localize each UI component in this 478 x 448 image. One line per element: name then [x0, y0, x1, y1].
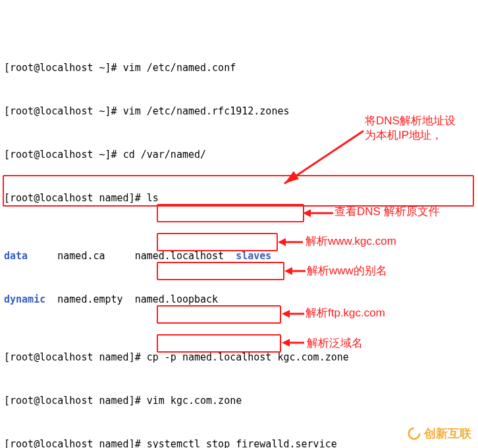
file-entry: named.ca: [57, 250, 105, 262]
dir-entry: dynamic: [4, 293, 45, 305]
annotation-text: 为本机IP地址，: [365, 129, 442, 142]
ls-output-row: data named.ca named.localhost slaves: [4, 249, 474, 263]
prompt: [root@localhost ~]#: [4, 105, 123, 117]
highlight-box: [157, 305, 281, 324]
svg-marker-1: [284, 171, 299, 184]
cmd-line: [root@localhost named]# cp -p named.loca…: [4, 350, 474, 364]
prompt: [root@localhost named]#: [4, 438, 147, 448]
arrow-icon: [280, 337, 305, 349]
watermark: 创新互联: [407, 426, 471, 441]
svg-marker-11: [282, 339, 290, 347]
cmd: vim /etc/named.rfc1912.zones: [123, 105, 290, 117]
arrow-icon: [302, 207, 334, 220]
prompt: [root@localhost ~]#: [4, 62, 123, 74]
prompt: [root@localhost named]#: [4, 395, 147, 407]
file-entry: named.localhost: [135, 250, 224, 262]
cmd-line: [root@localhost named]# systemctl stop f…: [4, 437, 474, 448]
ls-output-row: dynamic named.empty named.loopback: [4, 292, 474, 307]
arrow-icon: [283, 265, 307, 277]
prompt: [root@localhost named]#: [4, 351, 147, 363]
cmd: systemctl stop firewalld.service: [147, 438, 337, 448]
highlight-box: [157, 204, 304, 222]
file-entry: named.empty: [57, 293, 122, 305]
annotation-text: 解析www的别名: [307, 264, 387, 278]
svg-marker-5: [278, 238, 286, 246]
watermark-text: 创新互联: [424, 426, 471, 441]
annotation-text: 解析www.kgc.com: [305, 235, 396, 248]
svg-point-12: [409, 428, 420, 439]
arrow-icon: [277, 236, 304, 248]
dir-entry: slaves: [236, 250, 271, 262]
cmd: cd /var/named/: [123, 149, 206, 161]
cmd: vim kgc.com.zone: [147, 395, 242, 407]
arrow-icon: [280, 308, 305, 320]
watermark-logo-icon: [407, 426, 421, 441]
cmd-line: [root@localhost ~]# cd /var/named/: [4, 147, 474, 162]
annotation-text: 解析ftp.kgc.com: [305, 307, 385, 320]
terminal-screenshot: [root@localhost ~]# vim /etc/named.conf …: [0, 0, 478, 448]
cmd-line: [root@localhost ~]# vim /etc/named.rfc19…: [4, 104, 474, 118]
svg-marker-9: [282, 310, 290, 318]
cmd: ls: [147, 192, 159, 204]
cmd-line: [root@localhost named]# vim kgc.com.zone: [4, 393, 474, 408]
cmd: cp -p named.localhost kgc.com.zone: [147, 351, 349, 363]
cmd: vim /etc/named.conf: [123, 62, 236, 74]
svg-marker-3: [303, 209, 311, 217]
prompt: [root@localhost named]#: [4, 192, 147, 204]
prompt: [root@localhost ~]#: [4, 149, 123, 161]
cmd-line: [root@localhost named]# ls: [4, 191, 474, 205]
highlight-box: [157, 262, 284, 280]
file-entry: named.loopback: [135, 293, 218, 305]
annotation-text: 解析泛域名: [307, 337, 363, 350]
svg-marker-7: [284, 267, 292, 275]
annotation-text: 查看DNS 解析原文件: [334, 205, 440, 218]
cmd-line: [root@localhost ~]# vim /etc/named.conf: [4, 61, 474, 75]
dir-entry: data: [4, 250, 28, 262]
